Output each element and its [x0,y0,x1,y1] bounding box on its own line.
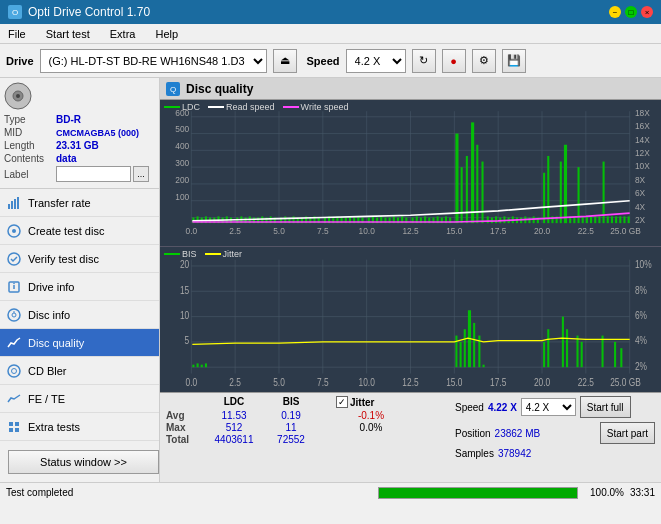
svg-text:22.5: 22.5 [578,377,594,388]
verify-test-disc-icon [6,251,22,267]
svg-text:5.0: 5.0 [273,226,285,236]
eject-button[interactable]: ⏏ [273,49,297,73]
svg-text:5: 5 [185,335,190,346]
nav-fe-te[interactable]: FE / TE [0,385,159,413]
app-title: Opti Drive Control 1.70 [28,5,150,19]
position-value: 23862 MB [495,428,541,439]
minimize-button[interactable]: − [609,6,621,18]
label-browse-button[interactable]: ... [133,166,149,182]
svg-rect-148 [543,173,545,223]
svg-rect-220 [566,329,568,367]
cd-bler-label: CD Bler [28,365,153,377]
svg-rect-159 [590,216,592,223]
disc-quality-icon [6,335,22,351]
speed-stat-value: 4.22 X [488,402,517,413]
svg-rect-166 [619,216,621,223]
nav-disc-quality[interactable]: Disc quality [0,329,159,357]
svg-text:2.5: 2.5 [229,226,241,236]
drive-select[interactable]: (G:) HL-DT-ST BD-RE WH16NS48 1.D3 [40,49,267,73]
app-icon: O [8,5,22,19]
label-label: Label [4,169,56,180]
nav-disc-info[interactable]: Disc info [0,301,159,329]
svg-rect-152 [560,162,562,224]
disc-quality-label: Disc quality [28,337,153,349]
jitter-header: Jitter [350,397,374,408]
svg-text:10%: 10% [635,259,652,270]
svg-text:25.0 GB: 25.0 GB [610,226,641,236]
svg-rect-221 [576,335,578,367]
max-jitter: 0.0% [336,422,406,433]
nav-transfer-rate[interactable]: Transfer rate [0,189,159,217]
svg-rect-223 [602,335,604,367]
label-input[interactable] [56,166,131,182]
svg-text:20.0: 20.0 [534,377,550,388]
svg-text:15.0: 15.0 [446,377,462,388]
stats-spacer [318,396,334,408]
svg-text:18X: 18X [635,107,650,117]
svg-rect-214 [473,322,475,366]
type-label: Type [4,114,56,125]
svg-rect-129 [455,134,458,224]
charts-area: LDC Read speed Write speed [160,100,661,392]
menu-extra[interactable]: Extra [106,26,140,42]
avg-jitter: -0.1% [336,410,406,421]
nav-cd-bler[interactable]: CD Bler [0,357,159,385]
menu-help[interactable]: Help [151,26,182,42]
svg-rect-224 [614,341,616,366]
contents-label: Contents [4,153,56,164]
nav-items: Transfer rate Create test disc Verify te… [0,189,159,442]
disc-quality-header: Q Disc quality [160,78,661,100]
svg-rect-222 [581,341,583,366]
svg-rect-19 [15,422,19,426]
svg-text:2%: 2% [635,360,647,371]
menu-start-test[interactable]: Start test [42,26,94,42]
svg-rect-145 [528,218,530,224]
sidebar: Type BD-R MID CMCMAGBA5 (000) Length 23.… [0,78,160,482]
burn-button[interactable]: ● [442,49,466,73]
svg-text:20: 20 [180,259,189,270]
speed-stat-select[interactable]: 4.2 X [521,398,576,416]
svg-point-8 [12,229,16,233]
max-bis: 11 [266,422,316,433]
refresh-button[interactable]: ↻ [412,49,436,73]
svg-text:Q: Q [170,85,176,94]
svg-rect-156 [578,167,580,223]
transfer-rate-icon [6,195,22,211]
settings-button[interactable]: ⚙ [472,49,496,73]
position-label: Position [455,428,491,439]
svg-rect-219 [562,316,564,367]
svg-text:15: 15 [180,285,189,296]
close-button[interactable]: × [641,6,653,18]
nav-extra-tests[interactable]: Extra tests [0,413,159,441]
speed-select[interactable]: 4.2 X [346,49,406,73]
svg-text:12.5: 12.5 [402,377,418,388]
save-button[interactable]: 💾 [502,49,526,73]
max-ldc: 512 [204,422,264,433]
svg-point-16 [8,365,20,377]
status-window-button[interactable]: Status window >> [8,450,159,474]
progress-bar-container [378,487,578,499]
nav-verify-test-disc[interactable]: Verify test disc [0,245,159,273]
disc-info-icon [6,307,22,323]
start-part-button[interactable]: Start part [600,422,655,444]
transfer-rate-label: Transfer rate [28,197,153,209]
svg-text:500: 500 [175,124,189,134]
max-label: Max [166,422,202,433]
svg-text:6X: 6X [635,188,645,198]
svg-rect-168 [628,216,630,223]
jitter-checkbox[interactable]: ✓ [336,396,348,408]
svg-rect-158 [586,216,588,223]
svg-text:10X: 10X [635,161,650,171]
nav-drive-info[interactable]: Drive info [0,273,159,301]
svg-text:6%: 6% [635,310,647,321]
svg-rect-207 [197,363,199,367]
create-test-disc-icon [6,223,22,239]
start-full-button[interactable]: Start full [580,396,631,418]
svg-text:7.5: 7.5 [317,226,329,236]
nav-create-test-disc[interactable]: Create test disc [0,217,159,245]
svg-point-17 [12,368,17,373]
maximize-button[interactable]: □ [625,6,637,18]
drive-info-label: Drive info [28,281,153,293]
elapsed-time: 33:31 [630,487,655,498]
menu-file[interactable]: File [4,26,30,42]
